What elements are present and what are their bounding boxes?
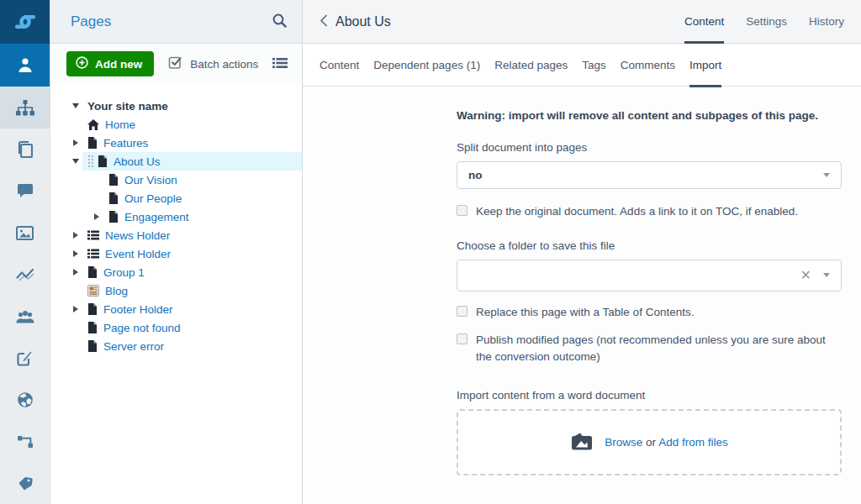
tree-item-event-holder[interactable]: Event Holder (50, 244, 302, 263)
page-icon (87, 340, 98, 352)
tree-item-label: Features (103, 137, 148, 150)
sitemap-icon (16, 100, 34, 116)
nav-item-tags[interactable] (0, 462, 50, 504)
subtab-tags[interactable]: Tags (582, 44, 606, 87)
tree-expand-arrow[interactable] (69, 306, 82, 312)
list-page-icon (87, 230, 99, 240)
silverstripe-logo-icon (13, 10, 38, 34)
tree-item-label: Our Vision (124, 174, 177, 186)
tree-item-your-site-name[interactable]: Your site name (50, 97, 302, 115)
tree-item-label: Group 1 (103, 266, 145, 279)
tree-item-group-1[interactable]: Group 1 (50, 263, 302, 281)
nav-item-forms[interactable] (0, 337, 50, 379)
back-button[interactable] (314, 11, 333, 33)
nav-item-pages[interactable] (0, 87, 50, 129)
nav-item-profile[interactable] (0, 44, 50, 87)
tree-item-body: Our Vision (103, 171, 302, 189)
detail-header: About Us ContentSettingsHistory (303, 0, 861, 44)
nav-item-taxonomy[interactable] (0, 421, 50, 463)
subtab-dependent-pages-1[interactable]: Dependent pages (1) (373, 44, 480, 87)
replace-toc-checkbox-row: Replace this page with a Table of Conten… (457, 304, 842, 321)
tree-item-body: Your site name (82, 97, 302, 115)
comment-icon (17, 183, 34, 198)
nav-item-security[interactable] (0, 296, 50, 338)
tree-item-home[interactable]: Home (50, 115, 302, 134)
search-button[interactable] (272, 13, 288, 31)
tree-item-body: Blog (82, 281, 302, 300)
chevron-left-icon (320, 14, 328, 29)
keep-original-checkbox[interactable] (457, 205, 467, 216)
list-view-button[interactable] (272, 57, 288, 71)
tree-item-label: Server error (103, 340, 164, 353)
tree-item-body: About Us (82, 152, 302, 171)
page-icon (108, 174, 119, 186)
clear-icon[interactable]: ✕ (800, 269, 811, 282)
tree-expand-arrow[interactable] (69, 232, 82, 239)
tree-item-body: News Holder (82, 226, 302, 244)
tree-item-label: Our People (124, 192, 182, 205)
home-icon (87, 119, 99, 130)
batch-actions-label: Batch actions (190, 58, 258, 71)
nav-item-translations[interactable] (0, 379, 50, 421)
tree-expand-arrow[interactable] (90, 213, 103, 220)
tree-item-body: Server error (82, 337, 302, 355)
import-tab-content: Warning: import will remove all content … (303, 87, 861, 504)
page-icon (87, 303, 98, 315)
replace-toc-checkbox[interactable] (457, 306, 467, 317)
tab-settings[interactable]: Settings (746, 0, 787, 44)
import-word-label: Import content from a word document (457, 389, 842, 402)
tree-expand-arrow[interactable] (69, 159, 82, 164)
tree-item-news-holder[interactable]: News Holder (50, 226, 302, 244)
pages-panel: Pages Add new Batch actions (50, 0, 303, 504)
nav-item-files[interactable] (0, 129, 50, 171)
tree-item-footer-holder[interactable]: Footer Holder (50, 300, 302, 318)
tree-item-label: Your site name (87, 100, 168, 113)
subtab-related-pages[interactable]: Related pages (494, 44, 568, 87)
subtab-import[interactable]: Import (689, 44, 721, 87)
choose-folder-select[interactable]: ✕ (457, 260, 842, 291)
tree-item-features[interactable]: Features (50, 134, 302, 152)
tree-item-our-vision[interactable]: Our Vision (50, 171, 302, 189)
tab-history[interactable]: History (809, 0, 844, 44)
tree-item-label: Page not found (103, 322, 181, 334)
subtab-content[interactable]: Content (320, 44, 359, 87)
tree-item-page-not-found[interactable]: Page not found (50, 318, 302, 337)
keep-original-checkbox-row: Keep the original document. Adds a link … (457, 203, 842, 220)
page-title: About Us (335, 14, 391, 29)
publish-modified-checkbox[interactable] (457, 333, 467, 344)
tree-item-about-us[interactable]: About Us (50, 152, 302, 171)
tree-item-our-people[interactable]: Our People (50, 189, 302, 207)
tree-item-engagement[interactable]: Engagement (50, 207, 302, 226)
add-new-button[interactable]: Add new (66, 51, 154, 76)
search-icon (272, 13, 288, 31)
nav-item-media[interactable] (0, 212, 50, 254)
subtab-comments[interactable]: Comments (621, 44, 675, 87)
browse-link[interactable]: Browse (605, 436, 642, 449)
tree-item-body: Event Holder (82, 244, 302, 263)
tree-expand-arrow[interactable] (69, 250, 82, 257)
file-dropzone[interactable]: Browse or Add from files (457, 409, 842, 475)
tree-item-label: About Us (114, 155, 161, 168)
app-window: Pages Add new Batch actions (0, 0, 861, 504)
page-icon (87, 322, 98, 333)
tab-content[interactable]: Content (684, 0, 724, 44)
nav-item-comments[interactable] (0, 171, 50, 213)
or-text: or (646, 436, 656, 449)
tag-icon (17, 475, 34, 491)
tree-item-blog[interactable]: Blog (50, 281, 302, 300)
batch-actions-button[interactable]: Batch actions (168, 55, 258, 72)
documents-icon (17, 141, 33, 158)
split-document-select[interactable]: no (457, 161, 842, 189)
tree-item-server-error[interactable]: Server error (50, 337, 302, 355)
drag-handle-icon[interactable] (87, 155, 94, 168)
add-new-label: Add new (95, 58, 142, 71)
nav-item-reports[interactable] (0, 254, 50, 296)
tree-expand-arrow[interactable] (69, 139, 82, 146)
tree-expand-arrow[interactable] (69, 269, 82, 276)
tree-item-label: Home (105, 118, 135, 131)
nav-item-logo[interactable] (0, 0, 50, 44)
page-icon (108, 211, 119, 223)
add-from-files-link[interactable]: Add from files (658, 436, 728, 449)
tree-expand-arrow[interactable] (69, 103, 82, 108)
publish-modified-label: Publish modified pages (not recommended … (476, 332, 842, 365)
